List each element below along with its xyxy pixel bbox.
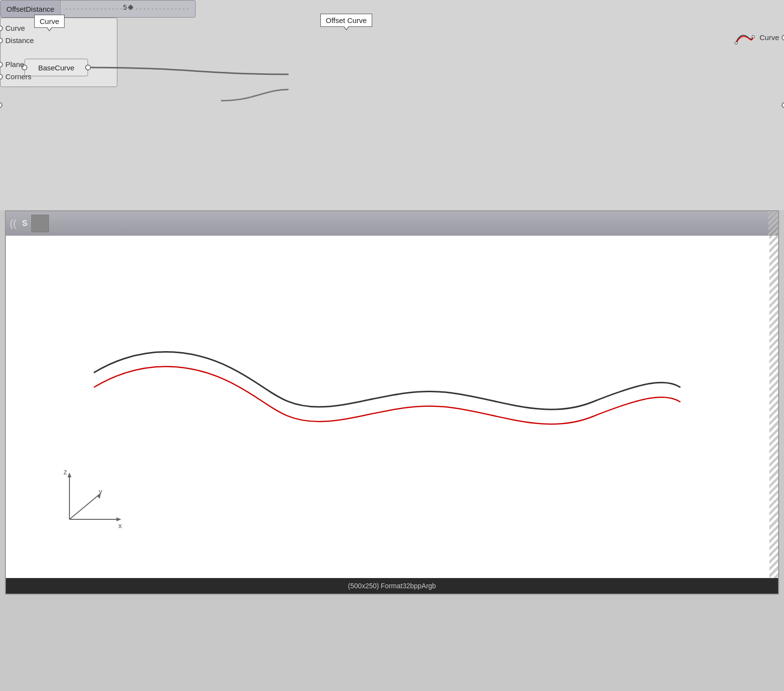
svg-marker-3 xyxy=(67,472,71,477)
viewport-thumbnail[interactable] xyxy=(31,215,49,232)
curve-output-row: Curve xyxy=(0,27,784,48)
offset-curve-node[interactable]: Curve Distance Curve Plane Corn xyxy=(0,18,117,87)
plane-input-port[interactable] xyxy=(0,62,3,67)
z-axis-label: z xyxy=(64,468,67,476)
offset-slider[interactable]: 5 xyxy=(61,8,195,10)
viewport-canvas: z y x xyxy=(6,236,778,578)
offset-dist-left-port[interactable] xyxy=(0,102,2,108)
svg-line-4 xyxy=(69,495,99,519)
corners-input-row: Corners xyxy=(0,70,117,83)
node-graph-area: Curve Offset Curve BaseCurve OffsetDista… xyxy=(0,0,784,210)
svg-marker-7 xyxy=(116,517,121,521)
curve-preview-icon xyxy=(734,29,756,46)
svg-point-1 xyxy=(752,36,754,38)
x-axis-label: x xyxy=(118,522,122,530)
offset-dist-right-port[interactable] xyxy=(782,102,784,108)
viewport-footer: (500x250) Format32bppArgb xyxy=(6,578,778,594)
viewport-s-label: S xyxy=(22,219,27,228)
viewport-header: S xyxy=(6,211,778,236)
plane-input-row: Plane xyxy=(0,58,117,70)
slider-diamond xyxy=(128,4,134,10)
curve-output-port[interactable] xyxy=(782,35,784,41)
offset-curve-tooltip: Offset Curve xyxy=(320,14,372,27)
axes-indicator: z y x xyxy=(50,466,128,534)
svg-point-0 xyxy=(735,42,737,45)
offset-distance-node[interactable]: OffsetDistance 5 xyxy=(0,0,196,18)
y-axis-label: y xyxy=(99,488,102,495)
corners-input-port[interactable] xyxy=(0,74,3,80)
slider-value: 5 xyxy=(123,3,133,11)
viewport-panel: S z y x (500x250) Format32bppArgb xyxy=(5,210,779,595)
slider-track[interactable]: 5 xyxy=(66,8,190,10)
